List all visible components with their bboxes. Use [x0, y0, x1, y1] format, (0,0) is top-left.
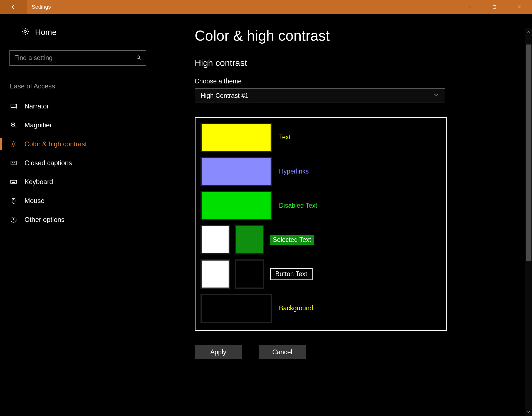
swatch-text[interactable] [201, 123, 272, 152]
theme-label: Choose a theme [195, 78, 532, 85]
svg-line-6 [139, 58, 141, 60]
svg-rect-15 [11, 180, 17, 184]
narrator-icon [9, 103, 18, 110]
swatch-label-hyperlinks: Hyperlinks [278, 168, 310, 175]
swatch-button-text-bg[interactable] [235, 259, 264, 289]
close-button[interactable] [507, 0, 532, 14]
cancel-button[interactable]: Cancel [259, 345, 306, 359]
action-buttons: Apply Cancel [195, 345, 532, 359]
back-button[interactable] [0, 0, 27, 14]
swatch-label-button-text: Button Text [270, 268, 313, 280]
category-label: Ease of Access [8, 82, 148, 90]
sidebar-item-label: Mouse [24, 197, 44, 205]
theme-selected-value: High Contrast #1 [201, 92, 249, 100]
sidebar: Home Ease of Access Narrator Magnifier C… [0, 14, 156, 416]
home-label: Home [35, 28, 56, 37]
sidebar-item-label: Keyboard [24, 178, 53, 186]
sidebar-item-magnifier[interactable]: Magnifier [8, 116, 148, 135]
swatch-label-background: Background [278, 304, 314, 312]
brightness-icon [9, 140, 18, 148]
theme-preview-panel: Text Hyperlinks Disabled Text Selected T… [195, 117, 447, 331]
sidebar-item-keyboard[interactable]: Keyboard [8, 172, 148, 191]
swatch-label-selected-text: Selected Text [270, 235, 314, 245]
maximize-button[interactable] [482, 0, 507, 14]
scrollbar-track[interactable] [525, 36, 532, 408]
sidebar-item-label: Other options [24, 216, 65, 224]
scrollbar[interactable] [525, 28, 532, 416]
section-title: High contrast [195, 58, 532, 68]
sidebar-item-closed-captions[interactable]: CC Closed captions [8, 153, 148, 172]
gear-icon [21, 27, 29, 38]
search-input[interactable] [14, 54, 136, 62]
svg-rect-7 [11, 104, 15, 107]
swatch-button-text-fg[interactable] [201, 259, 230, 289]
sidebar-item-label: Narrator [24, 102, 49, 110]
sidebar-item-other-options[interactable]: Other options [8, 210, 148, 229]
sidebar-item-label: Magnifier [24, 121, 52, 129]
scrollbar-thumb[interactable] [526, 44, 531, 261]
swatch-label-disabled-text: Disabled Text [278, 202, 318, 209]
mouse-icon [9, 197, 18, 204]
search-icon [136, 55, 142, 61]
svg-point-12 [13, 143, 15, 145]
captions-icon: CC [9, 159, 18, 167]
sidebar-item-color-high-contrast[interactable]: Color & high contrast [8, 135, 148, 153]
scroll-down-button[interactable] [525, 408, 532, 416]
sidebar-item-mouse[interactable]: Mouse [8, 191, 148, 210]
swatch-label-text: Text [278, 133, 292, 141]
swatch-disabled-text[interactable] [201, 191, 272, 220]
window-title: Settings [32, 4, 51, 10]
svg-text:CC: CC [12, 162, 16, 165]
theme-dropdown[interactable]: High Contrast #1 [195, 88, 445, 103]
chevron-down-icon [433, 92, 439, 100]
options-icon [9, 216, 18, 223]
home-link[interactable]: Home [8, 27, 148, 38]
swatch-hyperlinks[interactable] [201, 157, 272, 186]
swatch-selected-text-bg[interactable] [235, 225, 264, 254]
svg-point-4 [24, 30, 26, 33]
minimize-button[interactable] [457, 0, 482, 14]
search-box[interactable] [9, 50, 146, 66]
swatch-background[interactable] [201, 294, 272, 323]
magnifier-icon [9, 122, 18, 129]
window-controls [457, 0, 532, 14]
svg-rect-1 [493, 6, 496, 8]
swatch-selected-text-fg[interactable] [201, 225, 230, 254]
main-content: Color & high contrast High contrast Choo… [156, 14, 532, 416]
svg-point-5 [137, 56, 140, 58]
sidebar-item-label: Closed captions [24, 159, 72, 167]
sidebar-item-label: Color & high contrast [24, 140, 87, 148]
svg-line-9 [14, 126, 16, 128]
apply-button[interactable]: Apply [195, 345, 242, 359]
title-bar: Settings [0, 0, 532, 14]
sidebar-item-narrator[interactable]: Narrator [8, 97, 148, 116]
scroll-up-button[interactable] [525, 28, 532, 36]
keyboard-icon [9, 178, 18, 185]
page-title: Color & high contrast [195, 27, 532, 44]
